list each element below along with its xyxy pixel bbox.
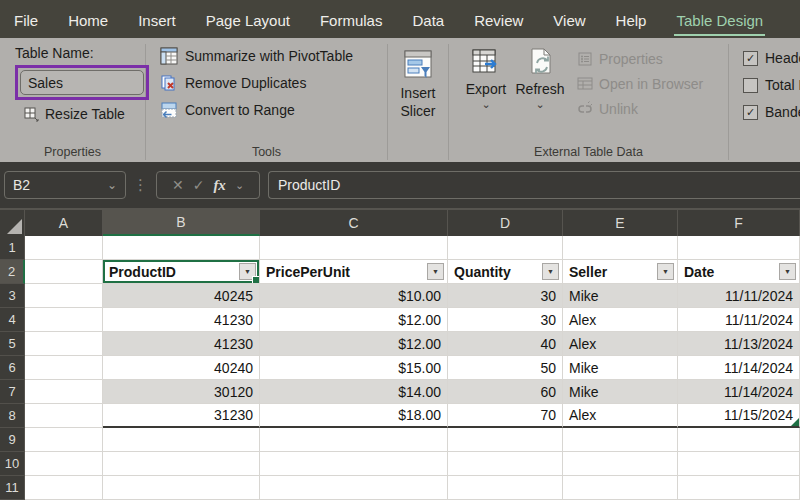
filter-button-date[interactable]: ▼	[779, 263, 796, 280]
cell-C8[interactable]: $18.00	[260, 404, 448, 428]
cell-C11[interactable]	[260, 476, 448, 500]
cell-C3[interactable]: $10.00	[260, 284, 448, 308]
cell-D2[interactable]: Quantity▼	[448, 260, 563, 284]
row-header-1[interactable]: 1	[0, 236, 25, 260]
row-header-3[interactable]: 3	[0, 284, 25, 308]
cell-D6[interactable]: 50	[448, 356, 563, 380]
cell-C5[interactable]: $12.00	[260, 332, 448, 356]
cell-F4[interactable]: 11/11/2024	[678, 308, 800, 332]
cell-C6[interactable]: $15.00	[260, 356, 448, 380]
table-name-input[interactable]	[20, 70, 144, 95]
row-header-9[interactable]: 9	[0, 428, 25, 452]
cell-D5[interactable]: 40	[448, 332, 563, 356]
menu-tab-review[interactable]: Review	[472, 3, 525, 36]
cell-A10[interactable]	[25, 452, 103, 476]
cell-C1[interactable]	[260, 236, 448, 260]
cell-F7[interactable]: 11/14/2024	[678, 380, 800, 404]
cell-C10[interactable]	[260, 452, 448, 476]
cell-B3[interactable]: 40245	[103, 284, 260, 308]
menu-tab-data[interactable]: Data	[410, 3, 446, 36]
cell-A7[interactable]	[25, 380, 103, 404]
cancel-icon[interactable]: ✕	[172, 177, 184, 193]
cell-B7[interactable]: 30120	[103, 380, 260, 404]
cell-F1[interactable]	[678, 236, 800, 260]
menu-tab-table-design[interactable]: Table Design	[674, 3, 765, 36]
cell-E5[interactable]: Alex	[563, 332, 678, 356]
cell-F8[interactable]: 11/15/2024	[678, 404, 800, 428]
column-header-E[interactable]: E	[563, 210, 678, 236]
column-header-A[interactable]: A	[25, 210, 103, 236]
column-header-F[interactable]: F	[678, 210, 800, 236]
filter-button-productid[interactable]: ▼	[239, 263, 256, 280]
cell-F2[interactable]: Date▼	[678, 260, 800, 284]
column-header-C[interactable]: C	[260, 210, 448, 236]
header-row-checkbox[interactable]: ✓	[743, 51, 758, 66]
remove-duplicates-button[interactable]: Remove Duplicates	[160, 74, 387, 92]
cell-F11[interactable]	[678, 476, 800, 500]
banded-rows-checkbox[interactable]: ✓	[743, 105, 758, 120]
cell-C2[interactable]: PricePerUnit▼	[260, 260, 448, 284]
cell-D1[interactable]	[448, 236, 563, 260]
formula-input[interactable]: ProductID	[268, 171, 800, 199]
cell-E9[interactable]	[563, 428, 678, 452]
row-header-4[interactable]: 4	[0, 308, 25, 332]
cell-F9[interactable]	[678, 428, 800, 452]
menu-tab-formulas[interactable]: Formulas	[318, 3, 385, 36]
column-header-B[interactable]: B	[103, 210, 260, 236]
cell-D11[interactable]	[448, 476, 563, 500]
cell-B6[interactable]: 40240	[103, 356, 260, 380]
menu-tab-view[interactable]: View	[551, 3, 587, 36]
cell-B9[interactable]	[103, 428, 260, 452]
select-all-corner[interactable]	[0, 210, 25, 236]
cell-B8[interactable]: 31230	[103, 404, 260, 428]
cell-B2[interactable]: ProductID▼	[103, 260, 260, 284]
row-header-6[interactable]: 6	[0, 356, 25, 380]
cell-A9[interactable]	[25, 428, 103, 452]
total-row-checkbox[interactable]	[743, 78, 758, 93]
cell-E6[interactable]: Mike	[563, 356, 678, 380]
cell-A4[interactable]	[25, 308, 103, 332]
menu-tab-home[interactable]: Home	[66, 3, 110, 36]
insert-function-icon[interactable]: fx	[213, 177, 226, 194]
cell-D10[interactable]	[448, 452, 563, 476]
cell-D4[interactable]: 30	[448, 308, 563, 332]
row-header-7[interactable]: 7	[0, 380, 25, 404]
cell-E1[interactable]	[563, 236, 678, 260]
filter-button-quantity[interactable]: ▼	[542, 263, 559, 280]
cell-C7[interactable]: $14.00	[260, 380, 448, 404]
cell-B10[interactable]	[103, 452, 260, 476]
row-header-10[interactable]: 10	[0, 452, 25, 476]
cell-F5[interactable]: 11/13/2024	[678, 332, 800, 356]
cell-D3[interactable]: 30	[448, 284, 563, 308]
insert-slicer-button[interactable]: Insert Slicer	[388, 38, 448, 162]
cell-A11[interactable]	[25, 476, 103, 500]
cell-E3[interactable]: Mike	[563, 284, 678, 308]
cell-A3[interactable]	[25, 284, 103, 308]
cell-E4[interactable]: Alex	[563, 308, 678, 332]
row-header-2[interactable]: 2	[0, 260, 25, 284]
cell-D7[interactable]: 60	[448, 380, 563, 404]
cell-E10[interactable]	[563, 452, 678, 476]
cell-B5[interactable]: 41230	[103, 332, 260, 356]
row-header-5[interactable]: 5	[0, 332, 25, 356]
filter-button-seller[interactable]: ▼	[657, 263, 674, 280]
menu-tab-insert[interactable]: Insert	[136, 3, 178, 36]
summarize-with-pivottable-button[interactable]: Summarize with PivotTable	[160, 47, 387, 65]
column-header-D[interactable]: D	[448, 210, 563, 236]
cell-D9[interactable]	[448, 428, 563, 452]
cell-F6[interactable]: 11/14/2024	[678, 356, 800, 380]
cell-E2[interactable]: Seller▼	[563, 260, 678, 284]
cell-A1[interactable]	[25, 236, 103, 260]
cell-E8[interactable]: Alex	[563, 404, 678, 428]
cell-C9[interactable]	[260, 428, 448, 452]
cell-A8[interactable]	[25, 404, 103, 428]
cell-E11[interactable]	[563, 476, 678, 500]
cell-E7[interactable]: Mike	[563, 380, 678, 404]
row-header-8[interactable]: 8	[0, 404, 25, 428]
enter-icon[interactable]: ✓	[193, 177, 205, 193]
cell-B4[interactable]: 41230	[103, 308, 260, 332]
cell-D8[interactable]: 70	[448, 404, 563, 428]
cell-C4[interactable]: $12.00	[260, 308, 448, 332]
cell-F3[interactable]: 11/11/2024	[678, 284, 800, 308]
menu-tab-page-layout[interactable]: Page Layout	[204, 3, 292, 36]
